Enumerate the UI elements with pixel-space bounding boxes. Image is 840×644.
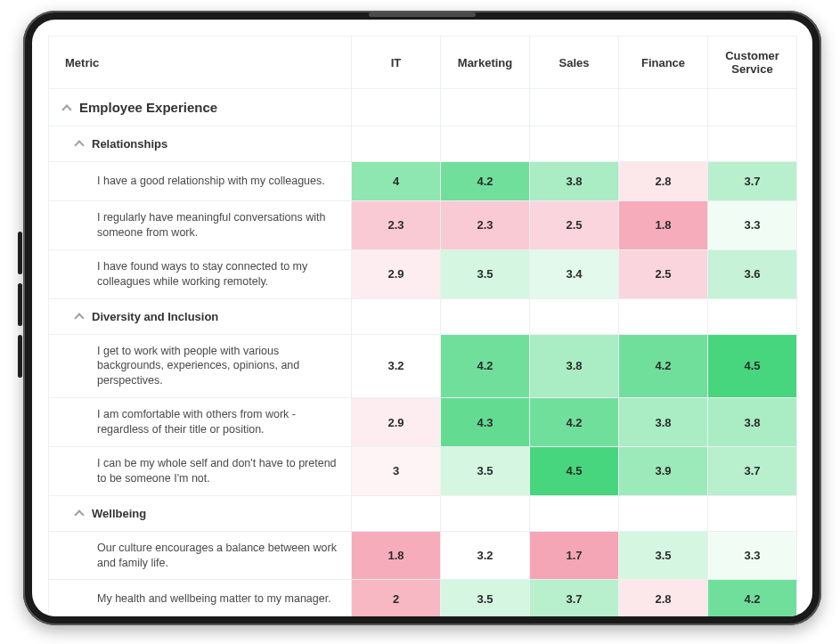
value-cell: 2.3 (352, 201, 441, 250)
value-cell: 3.2 (441, 531, 530, 580)
tablet-notch (369, 12, 476, 17)
value-cell: 2.3 (441, 201, 530, 250)
metric-label: Our culture encourages a balance between… (49, 531, 352, 580)
metric-label: I can be my whole self and don't have to… (49, 446, 352, 495)
section-wellbeing[interactable]: Wellbeing (49, 495, 797, 531)
value-cell: 1.8 (619, 201, 708, 250)
value-cell: 4.5 (708, 334, 797, 398)
value-cell: 2.8 (619, 162, 708, 201)
table-row: I regularly have meaningful conversation… (49, 201, 797, 250)
value-cell: 2 (352, 580, 441, 616)
value-cell: 4.2 (441, 334, 530, 398)
value-cell: 3.5 (441, 446, 530, 495)
value-cell: 3.7 (530, 580, 619, 616)
value-cell: 3.9 (619, 446, 708, 495)
chevron-up-icon (74, 140, 84, 150)
value-cell: 3 (352, 446, 441, 495)
value-cell: 4.5 (530, 446, 619, 495)
value-cell: 4.2 (441, 162, 530, 201)
value-cell: 4.3 (441, 398, 530, 447)
value-cell: 1.7 (530, 531, 619, 580)
table-row: I can be my whole self and don't have to… (49, 446, 797, 495)
value-cell: 2.8 (619, 580, 708, 616)
value-cell: 3.7 (708, 162, 797, 201)
metric-label: I am comfortable with others from work -… (49, 398, 352, 447)
col-header-metric: Metric (49, 37, 352, 89)
value-cell: 2.9 (352, 398, 441, 447)
value-cell: 2.5 (530, 201, 619, 250)
col-header-3: Finance (619, 37, 708, 89)
table-row: My health and wellbeing matter to my man… (49, 580, 797, 616)
chevron-up-icon (74, 313, 84, 322)
value-cell: 3.5 (619, 531, 708, 580)
section-diversity-and-inclusion[interactable]: Diversity and Inclusion (49, 298, 797, 334)
heatmap-table: Metric ITMarketingSalesFinanceCustomer S… (48, 36, 797, 616)
table-row: I have a good relationship with my colle… (49, 162, 797, 201)
value-cell: 1.8 (352, 531, 441, 580)
value-cell: 3.6 (708, 249, 797, 298)
metric-label: I get to work with people with various b… (49, 334, 352, 398)
table-row: I get to work with people with various b… (49, 334, 797, 398)
value-cell: 3.3 (708, 201, 797, 250)
col-header-4: Customer Service (708, 37, 797, 89)
chevron-up-icon (74, 509, 84, 519)
value-cell: 3.2 (352, 334, 441, 398)
metric-label: I have found ways to stay connected to m… (49, 249, 352, 298)
metric-label: I regularly have meaningful conversation… (49, 201, 352, 250)
value-cell: 4.2 (708, 580, 797, 616)
metric-label: My health and wellbeing matter to my man… (49, 580, 352, 616)
value-cell: 3.7 (708, 446, 797, 495)
value-cell: 3.8 (530, 162, 619, 201)
value-cell: 3.8 (708, 398, 797, 447)
col-header-0: IT (352, 37, 441, 89)
value-cell: 3.4 (530, 249, 619, 298)
chevron-up-icon (61, 104, 71, 114)
col-header-1: Marketing (441, 37, 530, 89)
tablet-frame: Metric ITMarketingSalesFinanceCustomer S… (23, 11, 821, 625)
value-cell: 3.5 (441, 249, 530, 298)
tablet-side-buttons (18, 232, 22, 378)
metric-label: I have a good relationship with my colle… (49, 162, 352, 201)
value-cell: 3.8 (619, 398, 708, 447)
value-cell: 3.5 (441, 580, 530, 616)
value-cell: 3.3 (708, 531, 797, 580)
value-cell: 4.2 (619, 334, 708, 398)
value-cell: 2.9 (352, 249, 441, 298)
table-row: I have found ways to stay connected to m… (49, 249, 797, 298)
value-cell: 4 (352, 162, 441, 201)
value-cell: 4.2 (530, 398, 619, 447)
section-relationships[interactable]: Relationships (49, 126, 797, 162)
value-cell: 3.8 (530, 334, 619, 398)
screen: Metric ITMarketingSalesFinanceCustomer S… (32, 20, 812, 616)
table-row: Our culture encourages a balance between… (49, 531, 797, 580)
value-cell: 2.5 (619, 249, 708, 298)
section-employee-experience[interactable]: Employee Experience (49, 89, 797, 126)
table-row: I am comfortable with others from work -… (49, 398, 797, 447)
table-header-row: Metric ITMarketingSalesFinanceCustomer S… (49, 37, 797, 89)
col-header-2: Sales (530, 37, 619, 89)
